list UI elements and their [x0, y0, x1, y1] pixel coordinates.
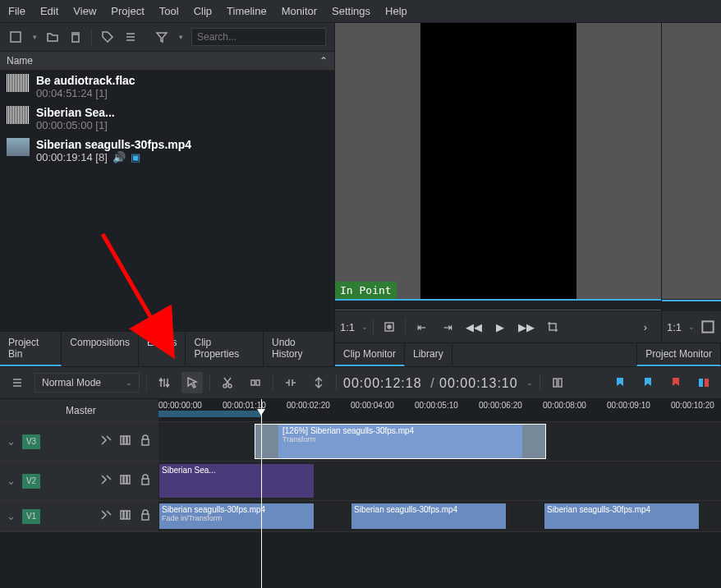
ruler-zone[interactable]	[158, 411, 261, 417]
forward-icon[interactable]: ▶▶	[516, 316, 537, 338]
zoom-dropdown-icon[interactable]: ⌄	[361, 323, 368, 331]
clip-title: Be audiotrack.flac	[36, 74, 135, 87]
track-header[interactable]: ⌄ V3	[0, 422, 158, 461]
side-ruler[interactable]	[662, 300, 721, 311]
bin-list: Be audiotrack.flac 00:04:51:24 [1] Siber…	[0, 71, 334, 331]
track-body[interactable]: Siberian seagulls-30fps.mp4Fade in/Trans…	[158, 501, 721, 531]
chevron-down-icon[interactable]: ⌄	[7, 510, 16, 522]
track-body[interactable]: [126%] Siberian seagulls-30fps.mp4Transf…	[158, 422, 721, 461]
chevron-down-icon[interactable]: ⌄	[7, 435, 16, 448]
timecode-dropdown-icon[interactable]: ⌄	[526, 379, 533, 387]
zone-in-icon[interactable]	[379, 316, 400, 338]
side-zoom-dropdown-icon[interactable]: ⌄	[688, 323, 695, 331]
delete-icon[interactable]	[68, 30, 83, 44]
goto-end-icon[interactable]: ⇥	[437, 316, 458, 338]
edit-mode-select[interactable]: Normal Mode⌄	[34, 373, 140, 393]
crop-icon[interactable]	[542, 316, 563, 338]
add-dropdown-icon[interactable]: ▾	[33, 33, 37, 41]
more-icon[interactable]: ›	[635, 316, 656, 338]
timeline-clip[interactable]: Siberian Sea...	[158, 463, 315, 498]
lock-icon[interactable]	[139, 434, 152, 449]
insert-icon[interactable]	[280, 372, 301, 393]
clip-monitor-view[interactable]: In Point	[335, 23, 661, 299]
zoom-ratio[interactable]: 1:1	[340, 321, 355, 333]
svg-rect-3	[702, 321, 713, 332]
tab-project-bin[interactable]: Project Bin	[0, 332, 62, 366]
track-label[interactable]: V2	[22, 474, 40, 489]
timeline-clip[interactable]: [126%] Siberian seagulls-30fps.mp4Transf…	[255, 424, 546, 459]
fx-icon[interactable]	[99, 473, 113, 489]
lock-icon[interactable]	[139, 473, 152, 489]
tab-compositions[interactable]: Compositions	[62, 332, 139, 366]
ruler-tick: 00:00:00:00	[158, 401, 202, 410]
overwrite-icon[interactable]	[308, 372, 329, 393]
menu-timeline[interactable]: Timeline	[227, 5, 267, 17]
marker-blue-icon[interactable]	[609, 372, 631, 393]
monitor-ruler[interactable]	[335, 299, 661, 310]
in-point-label: In Point	[335, 282, 397, 299]
bin-column-header[interactable]: Name ⌃	[0, 52, 334, 71]
tab-project-monitor[interactable]: Project Monitor	[636, 343, 721, 366]
timeline-clip[interactable]: Siberian seagulls-30fps.mp4Fade in/Trans…	[158, 503, 315, 530]
track-header[interactable]: ⌄ V1	[0, 501, 158, 531]
menu-monitor[interactable]: Monitor	[282, 5, 317, 17]
fx-icon[interactable]	[99, 508, 113, 524]
timeline-clip[interactable]: Siberian seagulls-30fps.mp4	[544, 503, 700, 530]
marker-blue2-icon[interactable]	[637, 372, 659, 393]
tl-menu-icon[interactable]	[7, 372, 28, 393]
track-body[interactable]: Siberian Sea...	[158, 462, 721, 500]
tag-icon[interactable]	[100, 30, 115, 44]
svg-rect-20	[121, 511, 123, 519]
list-icon[interactable]	[123, 30, 138, 44]
timeline-clip[interactable]: Siberian seagulls-30fps.mp4	[351, 503, 507, 530]
master-label[interactable]: Master	[0, 399, 158, 421]
tab-undo-history[interactable]: Undo History	[264, 332, 334, 366]
goto-start-icon[interactable]: ⇤	[411, 316, 432, 338]
playhead[interactable]	[261, 399, 262, 588]
track-label[interactable]: V3	[22, 434, 40, 449]
search-input[interactable]	[191, 28, 326, 46]
add-clip-icon[interactable]	[8, 30, 23, 44]
mute-icon[interactable]	[119, 473, 132, 489]
folder-icon[interactable]	[45, 30, 60, 44]
tab-clip-monitor[interactable]: Clip Monitor	[335, 343, 405, 366]
svg-rect-18	[127, 475, 130, 484]
marker-red-icon[interactable]	[665, 372, 687, 393]
timecode-position[interactable]: 00:00:12:18 / 00:00:13:10	[343, 375, 518, 391]
menu-settings[interactable]: Settings	[332, 5, 370, 17]
filter-dropdown-icon[interactable]: ▾	[179, 33, 183, 41]
chevron-down-icon[interactable]: ⌄	[7, 475, 16, 487]
cut-icon[interactable]	[217, 372, 238, 393]
menu-clip[interactable]: Clip	[194, 5, 212, 17]
ruler-tick: 00:00:10:20	[671, 401, 714, 410]
menu-edit[interactable]: Edit	[40, 5, 58, 17]
spacer-icon[interactable]	[245, 372, 266, 393]
bin-item[interactable]: Be audiotrack.flac 00:04:51:24 [1]	[0, 71, 334, 103]
lock-icon[interactable]	[139, 508, 152, 524]
menu-help[interactable]: Help	[385, 5, 407, 17]
mixer-icon[interactable]	[547, 372, 568, 393]
rewind-icon[interactable]: ◀◀	[463, 316, 484, 338]
tab-clip-properties[interactable]: Clip Properties	[186, 332, 264, 366]
mute-icon[interactable]	[119, 508, 132, 524]
menu-file[interactable]: File	[8, 5, 25, 17]
menu-tool[interactable]: Tool	[159, 5, 179, 17]
tab-effects[interactable]: Effects	[139, 332, 186, 366]
timeline-ruler[interactable]: 00:00:00:0000:00:01:1000:00:02:2000:00:0…	[158, 399, 721, 421]
menu-view[interactable]: View	[73, 5, 96, 17]
side-zoom-ratio[interactable]: 1:1	[667, 321, 682, 333]
tool-a-icon[interactable]	[154, 372, 175, 393]
track-label[interactable]: V1	[22, 509, 40, 524]
filter-icon[interactable]	[154, 30, 169, 44]
menu-project[interactable]: Project	[111, 5, 144, 17]
bin-item[interactable]: Siberian seagulls-30fps.mp4 00:00:19:14 …	[0, 135, 334, 167]
bin-item[interactable]: Siberian Sea... 00:00:05:00 [1]	[0, 103, 334, 135]
marker-pair-icon[interactable]	[693, 372, 714, 393]
fx-icon[interactable]	[99, 434, 113, 449]
track-header[interactable]: ⌄ V2	[0, 462, 158, 500]
play-icon[interactable]: ▶	[489, 316, 511, 338]
tool-select-icon[interactable]	[181, 372, 203, 393]
side-zone-icon[interactable]	[700, 316, 716, 338]
mute-icon[interactable]	[119, 434, 132, 449]
tab-library[interactable]: Library	[405, 343, 452, 366]
